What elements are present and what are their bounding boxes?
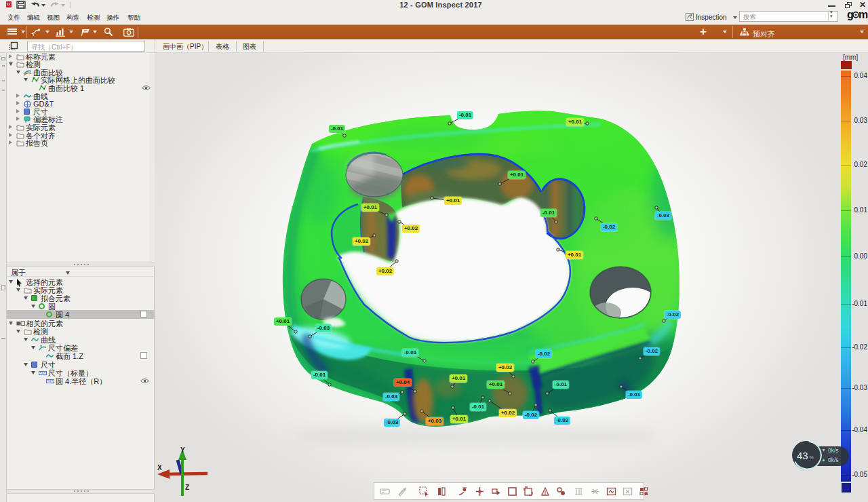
svg-text:Z: Z (185, 484, 189, 491)
svg-text:%: % (810, 455, 814, 460)
svg-text:Y: Y (180, 446, 185, 454)
svg-text:43: 43 (797, 450, 808, 461)
svg-text:m: m (859, 9, 868, 20)
svg-text:X: X (157, 464, 162, 471)
